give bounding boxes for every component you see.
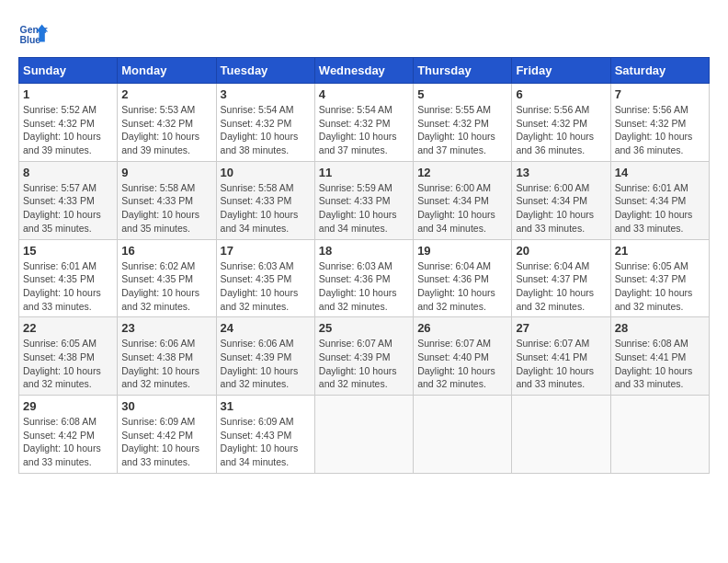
calendar-cell: 16Sunrise: 6:02 AM Sunset: 4:35 PM Dayli… (118, 239, 216, 317)
calendar-cell (314, 396, 413, 474)
day-number: 13 (516, 166, 606, 179)
day-number: 2 (121, 87, 211, 101)
calendar-cell: 26Sunrise: 6:07 AM Sunset: 4:40 PM Dayli… (414, 317, 512, 396)
day-info: Sunrise: 6:06 AM Sunset: 4:39 PM Dayligh… (221, 337, 311, 391)
day-info: Sunrise: 6:05 AM Sunset: 4:37 PM Dayligh… (615, 259, 705, 314)
calendar-cell (610, 396, 709, 474)
day-number: 24 (221, 321, 311, 335)
day-number: 12 (417, 166, 507, 179)
day-info: Sunrise: 6:05 AM Sunset: 4:38 PM Dayligh… (23, 337, 113, 391)
calendar-cell: 22Sunrise: 6:05 AM Sunset: 4:38 PM Dayli… (19, 317, 118, 396)
day-number: 7 (615, 87, 705, 101)
day-info: Sunrise: 6:09 AM Sunset: 4:43 PM Dayligh… (221, 415, 311, 469)
calendar-cell: 8Sunrise: 5:57 AM Sunset: 4:33 PM Daylig… (19, 161, 118, 239)
day-info: Sunrise: 6:03 AM Sunset: 4:35 PM Dayligh… (221, 259, 311, 314)
day-info: Sunrise: 6:01 AM Sunset: 4:34 PM Dayligh… (615, 181, 705, 236)
day-number: 17 (221, 244, 311, 258)
day-number: 25 (319, 321, 409, 335)
calendar-cell: 24Sunrise: 6:06 AM Sunset: 4:39 PM Dayli… (216, 317, 314, 396)
calendar-cell: 13Sunrise: 6:00 AM Sunset: 4:34 PM Dayli… (512, 161, 610, 239)
day-info: Sunrise: 5:56 AM Sunset: 4:32 PM Dayligh… (615, 103, 705, 157)
calendar-cell: 19Sunrise: 6:04 AM Sunset: 4:36 PM Dayli… (414, 239, 512, 317)
day-number: 11 (319, 166, 409, 179)
day-number: 27 (516, 321, 606, 335)
day-info: Sunrise: 5:54 AM Sunset: 4:32 PM Dayligh… (319, 103, 409, 157)
calendar-cell: 18Sunrise: 6:03 AM Sunset: 4:36 PM Dayli… (314, 239, 413, 317)
day-number: 23 (121, 321, 211, 335)
day-info: Sunrise: 5:53 AM Sunset: 4:32 PM Dayligh… (121, 103, 211, 157)
header-wednesday: Wednesday (314, 58, 413, 84)
day-number: 5 (417, 87, 507, 101)
day-number: 31 (221, 399, 311, 413)
week-row-4: 22Sunrise: 6:05 AM Sunset: 4:38 PM Dayli… (19, 317, 710, 396)
day-info: Sunrise: 6:00 AM Sunset: 4:34 PM Dayligh… (516, 181, 606, 236)
calendar-cell: 15Sunrise: 6:01 AM Sunset: 4:35 PM Dayli… (19, 239, 118, 317)
calendar-cell: 29Sunrise: 6:08 AM Sunset: 4:42 PM Dayli… (19, 396, 118, 474)
calendar-cell (414, 396, 512, 474)
calendar-cell: 4Sunrise: 5:54 AM Sunset: 4:32 PM Daylig… (314, 84, 413, 162)
day-info: Sunrise: 6:07 AM Sunset: 4:39 PM Dayligh… (319, 337, 409, 391)
calendar-cell: 28Sunrise: 6:08 AM Sunset: 4:41 PM Dayli… (610, 317, 709, 396)
calendar-cell: 31Sunrise: 6:09 AM Sunset: 4:43 PM Dayli… (216, 396, 314, 474)
day-number: 30 (121, 399, 211, 413)
day-info: Sunrise: 6:09 AM Sunset: 4:42 PM Dayligh… (121, 415, 211, 469)
day-info: Sunrise: 5:54 AM Sunset: 4:32 PM Dayligh… (221, 103, 311, 157)
day-number: 19 (417, 244, 507, 258)
calendar-cell: 1Sunrise: 5:52 AM Sunset: 4:32 PM Daylig… (19, 84, 118, 162)
day-number: 15 (23, 244, 113, 258)
week-row-2: 8Sunrise: 5:57 AM Sunset: 4:33 PM Daylig… (19, 161, 710, 239)
logo: General Blue (18, 18, 51, 48)
day-info: Sunrise: 5:55 AM Sunset: 4:32 PM Dayligh… (417, 103, 507, 157)
week-row-1: 1Sunrise: 5:52 AM Sunset: 4:32 PM Daylig… (19, 84, 710, 162)
header-friday: Friday (512, 58, 610, 84)
day-info: Sunrise: 5:52 AM Sunset: 4:32 PM Dayligh… (23, 103, 113, 157)
day-number: 6 (516, 87, 606, 101)
day-info: Sunrise: 5:59 AM Sunset: 4:33 PM Dayligh… (319, 181, 409, 236)
calendar-cell: 27Sunrise: 6:07 AM Sunset: 4:41 PM Dayli… (512, 317, 610, 396)
calendar-table: SundayMondayTuesdayWednesdayThursdayFrid… (18, 57, 710, 474)
svg-text:Blue: Blue (20, 35, 41, 45)
calendar-cell: 5Sunrise: 5:55 AM Sunset: 4:32 PM Daylig… (414, 84, 512, 162)
calendar-cell: 2Sunrise: 5:53 AM Sunset: 4:32 PM Daylig… (118, 84, 216, 162)
calendar-cell: 25Sunrise: 6:07 AM Sunset: 4:39 PM Dayli… (314, 317, 413, 396)
day-info: Sunrise: 5:56 AM Sunset: 4:32 PM Dayligh… (516, 103, 606, 157)
day-info: Sunrise: 6:04 AM Sunset: 4:37 PM Dayligh… (516, 259, 606, 314)
day-number: 26 (417, 321, 507, 335)
day-number: 21 (615, 244, 705, 258)
day-info: Sunrise: 6:08 AM Sunset: 4:41 PM Dayligh… (615, 337, 705, 391)
calendar-cell: 30Sunrise: 6:09 AM Sunset: 4:42 PM Dayli… (118, 396, 216, 474)
week-row-3: 15Sunrise: 6:01 AM Sunset: 4:35 PM Dayli… (19, 239, 710, 317)
calendar-cell (512, 396, 610, 474)
calendar-cell: 20Sunrise: 6:04 AM Sunset: 4:37 PM Dayli… (512, 239, 610, 317)
day-info: Sunrise: 6:01 AM Sunset: 4:35 PM Dayligh… (23, 259, 113, 314)
day-number: 29 (23, 399, 113, 413)
day-number: 20 (516, 244, 606, 258)
day-info: Sunrise: 6:08 AM Sunset: 4:42 PM Dayligh… (23, 415, 113, 469)
calendar-cell: 10Sunrise: 5:58 AM Sunset: 4:33 PM Dayli… (216, 161, 314, 239)
header-saturday: Saturday (610, 58, 709, 84)
day-info: Sunrise: 6:07 AM Sunset: 4:41 PM Dayligh… (516, 337, 606, 391)
day-number: 1 (23, 87, 113, 101)
calendar-cell: 9Sunrise: 5:58 AM Sunset: 4:33 PM Daylig… (118, 161, 216, 239)
day-info: Sunrise: 6:06 AM Sunset: 4:38 PM Dayligh… (121, 337, 211, 391)
day-number: 10 (221, 166, 311, 179)
calendar-cell: 6Sunrise: 5:56 AM Sunset: 4:32 PM Daylig… (512, 84, 610, 162)
calendar-cell: 17Sunrise: 6:03 AM Sunset: 4:35 PM Dayli… (216, 239, 314, 317)
header-thursday: Thursday (414, 58, 512, 84)
day-number: 8 (23, 166, 113, 179)
day-number: 4 (319, 87, 409, 101)
day-info: Sunrise: 5:58 AM Sunset: 4:33 PM Dayligh… (121, 181, 211, 236)
day-info: Sunrise: 6:02 AM Sunset: 4:35 PM Dayligh… (121, 259, 211, 314)
day-number: 9 (121, 166, 211, 179)
day-number: 14 (615, 166, 705, 179)
calendar-cell: 3Sunrise: 5:54 AM Sunset: 4:32 PM Daylig… (216, 84, 314, 162)
logo-icon: General Blue (18, 18, 48, 48)
calendar-cell: 21Sunrise: 6:05 AM Sunset: 4:37 PM Dayli… (610, 239, 709, 317)
day-number: 3 (221, 87, 311, 101)
day-number: 22 (23, 321, 113, 335)
day-info: Sunrise: 5:58 AM Sunset: 4:33 PM Dayligh… (221, 181, 311, 236)
header-monday: Monday (118, 58, 216, 84)
calendar-cell: 14Sunrise: 6:01 AM Sunset: 4:34 PM Dayli… (610, 161, 709, 239)
week-row-5: 29Sunrise: 6:08 AM Sunset: 4:42 PM Dayli… (19, 396, 710, 474)
header-sunday: Sunday (19, 58, 118, 84)
